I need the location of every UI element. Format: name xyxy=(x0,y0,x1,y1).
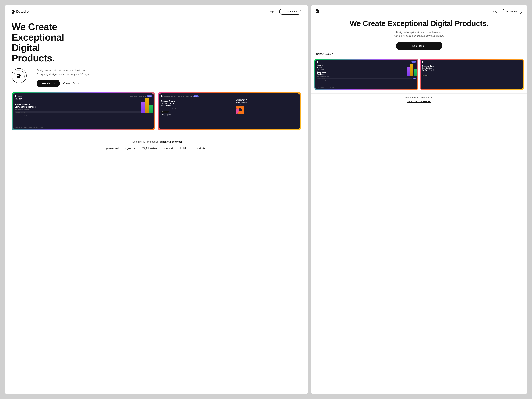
card1-subtitle: Analytics Payments For Online Payments xyxy=(15,109,152,110)
card1-logos: ⬡ Lattice ⊕ PACIFIC FUNDS ◈ Discord ◇ AT… xyxy=(15,127,152,128)
r-card2-trust: ★★★★★ Trust Pilot xyxy=(422,64,521,64)
card2-left-subtitle: Balance our Eco System (Energy Saving) xyxy=(161,108,235,109)
r-card1-input: Please Enter Your Email xyxy=(317,78,412,79)
r-logo-pacific: ⊕ Pacific Funds xyxy=(320,87,325,88)
card1-3d-bars xyxy=(140,97,153,115)
arrow-down-icon: ↓ xyxy=(54,82,55,85)
right-card-energy-inner: greenenergy.io API Product Vendors ★★★★★… xyxy=(421,59,523,89)
card2-explore-link[interactable]: Explore Now xyxy=(236,117,298,118)
nav-cta-button[interactable]: Get Started ↗ xyxy=(279,9,301,15)
card1-logo-pacific: ⊕ PACIFIC FUNDS xyxy=(19,127,26,128)
r-logo-lattice: ⬡ Lattice xyxy=(317,87,320,88)
card2-nav: APIProductVendorsFeatures xyxy=(174,96,189,97)
r-card2-bar: greenenergy.io API Product Vendors xyxy=(422,61,521,63)
brand-rakuten: Rakuten xyxy=(196,146,207,150)
r-card2-cta: Get Started → xyxy=(422,75,429,76)
brand-getaround: getaround xyxy=(105,146,119,150)
r-mock-join: Join Now xyxy=(412,61,416,63)
r-card2-stats: + 35%Consumption + 28MFamily Added xyxy=(422,77,521,79)
card-finance[interactable]: hellolink.io PortfolioInvestmentStocks L… xyxy=(12,92,155,130)
r-card1-stars: ★★★★★ 5 Stars Great Quality Service xyxy=(317,80,416,81)
card-energy[interactable]: hello@greenenergy.io APIProductVendorsFe… xyxy=(158,92,301,130)
card1-logo-lattice: ⬡ Lattice xyxy=(15,127,18,128)
card1-amount: 321,045.75 xyxy=(15,98,22,100)
hero-description: Design subscriptions to scale your busin… xyxy=(37,68,90,76)
card2-mock-logo xyxy=(161,95,163,97)
card1-logo-atlassian: ◇ ATLASSIAN xyxy=(33,127,38,128)
right-trusted-section: Trusted by 50+ companies. Watch Our Show… xyxy=(311,93,527,106)
card1-logo-amazon: amazon xyxy=(40,127,43,128)
right-nav: Log in Get Started ↗ xyxy=(311,5,527,18)
hero-title: We Create Exceptional Digital Products. xyxy=(12,22,82,63)
r-mock-logo xyxy=(317,61,318,63)
card2-left-cta: Get Started → xyxy=(161,111,169,113)
right-showreel-link[interactable]: Watch Our Showreel xyxy=(407,100,431,103)
r-mock-login: Log In xyxy=(408,61,410,62)
contact-sales-button[interactable]: Contact Sales ↗ xyxy=(63,82,82,85)
right-hero-description: Design subscriptions to scale your busin… xyxy=(394,30,444,38)
r-card-bar: hellolink.io Portfolio Investment Stocks… xyxy=(317,61,416,63)
right-trusted-text: Trusted by 50+ companies. xyxy=(316,96,522,99)
r-mock-nav: Portfolio Investment Stocks xyxy=(398,61,407,62)
r-card2-mock-url: greenenergy.io xyxy=(424,61,430,62)
r-card2-nav: API Product Vendors xyxy=(514,61,521,62)
card2-mock-login: Login xyxy=(190,96,192,97)
hero-right: Design subscriptions to scale your busin… xyxy=(37,68,301,87)
right-hero-title: We Create Exceptional Digital Products. xyxy=(316,19,522,28)
logo-text: Dstudio xyxy=(16,10,29,14)
logo[interactable]: Dstudio xyxy=(12,10,29,14)
hero-section: We Create Exceptional Digital Products. … xyxy=(5,18,308,87)
r-bar3d-purple xyxy=(407,67,410,76)
card-mock-url: hellolink.io xyxy=(18,96,22,97)
r-logo-atlassian: ◇ ATLASSIAN xyxy=(330,87,334,88)
card1-breadcrumb: Finance — Digital xyxy=(15,99,152,100)
card2-stats: + 35% Consumption + 28M Family Added xyxy=(161,114,235,116)
card2-trust-pilot: ★★★★★ Trust Pilot 1200 Reviews xyxy=(161,98,235,99)
r-bar3d-yellow xyxy=(411,64,413,76)
right-contact-sales-button[interactable]: Contact Sales ↗ xyxy=(316,52,333,55)
right-see-plans-button[interactable]: See Plans ↓ xyxy=(396,42,442,50)
right-nav-login[interactable]: Log in xyxy=(493,10,499,13)
right-card-energy[interactable]: greenenergy.io API Product Vendors ★★★★★… xyxy=(420,58,524,90)
r-mock-url: hellolink.io xyxy=(319,61,323,62)
card2-pie-chart xyxy=(236,106,244,114)
nav-right: Log in Get Started ↗ xyxy=(269,9,301,15)
trusted-text: Trusted by 50+ companies. Watch our show… xyxy=(12,140,301,143)
card2-mockup-bar: hello@greenenergy.io APIProductVendorsFe… xyxy=(161,95,298,97)
card2-mock-url: hello@greenenergy.io xyxy=(164,96,173,97)
hero-body: · Latest Projects · Latest Projects · De… xyxy=(12,68,301,87)
r-card1-input-row: Please Enter Your Email Go xyxy=(317,78,416,79)
card1-title: Power FinanceGrow Your Business xyxy=(15,103,152,108)
card-energy-inner: hello@greenenergy.io APIProductVendorsFe… xyxy=(159,93,300,129)
r-card2-mock-logo xyxy=(422,61,424,63)
card1-logo-discord: ◈ Discord xyxy=(28,127,32,128)
card1-input-row: Please Enter Your Email Go xyxy=(15,111,152,113)
trusted-section: Trusted by 50+ companies. Watch our show… xyxy=(5,137,308,157)
hero-actions: See Plans ↓ Contact Sales ↗ xyxy=(37,80,301,87)
left-nav: Dstudio Log in Get Started ↗ xyxy=(5,5,308,18)
left-panel: Dstudio Log in Get Started ↗ We Create E… xyxy=(5,5,308,394)
right-card-finance[interactable]: hellolink.io Portfolio Investment Stocks… xyxy=(314,58,418,90)
right-nav-cta-button[interactable]: Get Started ↗ xyxy=(503,9,522,14)
r-card1-3d-bars xyxy=(406,63,417,77)
nav-login[interactable]: Log in xyxy=(269,10,275,13)
right-cards: hellolink.io Portfolio Investment Stocks… xyxy=(311,58,527,93)
r-card2-stat1: + 35%Consumption xyxy=(422,77,426,79)
r-card1-logos: ⬡ Lattice ⊕ Pacific Funds ◈ Discord ◇ AT… xyxy=(317,87,416,88)
bar3d-yellow xyxy=(145,98,149,113)
brand-zendesk: zendesk xyxy=(163,146,174,150)
r-card2-stat2: + 28MFamily Added xyxy=(427,77,431,79)
see-plans-button[interactable]: See Plans ↓ xyxy=(37,80,60,87)
card-mock-logo xyxy=(15,95,17,97)
right-card-finance-inner: hellolink.io Portfolio Investment Stocks… xyxy=(315,59,417,89)
card1-input: Please Enter Your Email xyxy=(15,111,148,113)
card1-stars: ★★★★★ 5 Stars Great Quality Service xyxy=(15,114,152,115)
right-logo-icon xyxy=(316,9,319,13)
card-finance-inner: hellolink.io PortfolioInvestmentStocks L… xyxy=(13,93,154,129)
card2-left: ★★★★★ Trust Pilot 1200 Reviews Reduces E… xyxy=(161,98,235,118)
svg-point-3 xyxy=(239,108,242,111)
card1-title-wrap: Power FinanceGrow Your Business Analytic… xyxy=(15,103,152,110)
showreel-link[interactable]: Watch our showreel xyxy=(160,140,182,143)
card2-right-products: Our Products Future Energy Save Combo: 2… xyxy=(236,115,298,118)
card2-right-title: A Responsibly AsTeach Leading,Global Com… xyxy=(236,98,298,103)
